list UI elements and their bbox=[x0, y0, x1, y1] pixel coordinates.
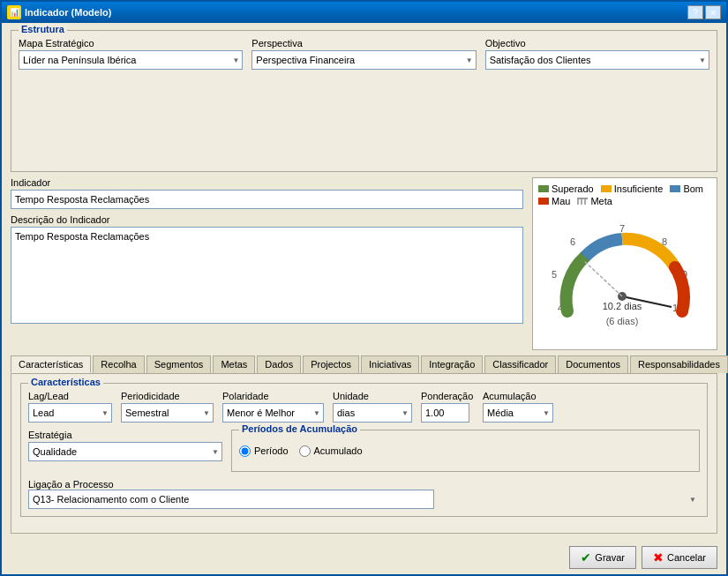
svg-line-9 bbox=[583, 260, 622, 296]
titlebar-buttons: ? ✕ bbox=[687, 5, 721, 19]
legend-superado-dot bbox=[538, 185, 549, 192]
ligacao-label: Ligação a Processo bbox=[28, 479, 114, 490]
acumulacao-field: Acumulação Média Soma Último bbox=[483, 391, 553, 423]
periodo-label-text: Período bbox=[254, 445, 289, 456]
tab-documentos[interactable]: Documentos bbox=[558, 355, 628, 373]
periodo-radio-label[interactable]: Período bbox=[239, 445, 289, 457]
tab-iniciativas[interactable]: Iniciativas bbox=[361, 355, 419, 373]
ponderacao-input[interactable] bbox=[421, 403, 469, 423]
acumulado-radio-label[interactable]: Acumulado bbox=[299, 445, 363, 457]
indicador-label: Indicador bbox=[11, 177, 523, 188]
caracteristicas-group: Características Lag/Lead Lead Lag bbox=[20, 383, 708, 517]
caracteristicas-group-label: Características bbox=[28, 377, 103, 387]
tab-segmentos[interactable]: Segmentos bbox=[146, 355, 212, 373]
tab-metas[interactable]: Metas bbox=[213, 355, 255, 373]
cancelar-label: Cancelar bbox=[667, 552, 706, 563]
legend-bom: Bom bbox=[670, 183, 703, 194]
objectivo-wrapper: Satisfação dos Clientes bbox=[485, 50, 709, 70]
periodicidade-select[interactable]: Semestral Mensal Trimestral Anual bbox=[121, 403, 214, 423]
main-window: 📊 Indicador (Modelo) ? ✕ Estrutura Mapa … bbox=[0, 0, 728, 576]
acumulacao-select[interactable]: Média Soma Último bbox=[483, 403, 553, 423]
tab-classificador[interactable]: Classificador bbox=[484, 355, 556, 373]
tab-recolha[interactable]: Recolha bbox=[93, 355, 144, 373]
periodicidade-label: Periodicidade bbox=[121, 391, 214, 401]
svg-text:7: 7 bbox=[619, 223, 625, 234]
periodo-radio[interactable] bbox=[239, 445, 251, 457]
ponderacao-label: Ponderação bbox=[421, 391, 474, 401]
descricao-textarea[interactable]: Tempo Resposta Reclamações bbox=[11, 227, 523, 324]
gauge-container: Superado Insuficiente Bom Mau bbox=[532, 177, 717, 350]
char-row1: Lag/Lead Lead Lag Periodicidade bbox=[28, 391, 700, 423]
unidade-label: Unidade bbox=[333, 391, 412, 401]
unidade-select[interactable]: dias % € bbox=[333, 403, 412, 423]
svg-text:5: 5 bbox=[552, 269, 557, 280]
gravar-button[interactable]: ✔ Gravar bbox=[569, 546, 636, 569]
legend-mau-dot bbox=[538, 198, 549, 205]
periodicidade-field: Periodicidade Semestral Mensal Trimestra… bbox=[121, 391, 214, 423]
perspectiva-wrapper: Perspectiva Financeira bbox=[251, 50, 476, 70]
descricao-label: Descrição do Indicador bbox=[11, 214, 523, 225]
help-button[interactable]: ? bbox=[687, 5, 703, 19]
gauge-svg-area: 7 8 9 10 4 5 6 bbox=[538, 212, 711, 344]
perspectiva-select[interactable]: Perspectiva Financeira bbox=[251, 50, 476, 70]
gauge-legend: Superado Insuficiente Bom Mau bbox=[538, 183, 711, 206]
cancelar-button[interactable]: ✖ Cancelar bbox=[642, 546, 717, 569]
tabs-section: Características Recolha Segmentos Metas … bbox=[11, 355, 717, 534]
estrutura-label: Estrutura bbox=[19, 24, 67, 34]
tab-responsabilidades[interactable]: Responsabilidades bbox=[630, 355, 728, 373]
footer: ✔ Gravar ✖ Cancelar bbox=[2, 541, 726, 574]
legend-mau: Mau bbox=[538, 196, 570, 206]
objectivo-field: Objectivo Satisfação dos Clientes bbox=[485, 38, 709, 70]
mapa-estrategico-label: Mapa Estratégico bbox=[19, 38, 243, 49]
window-content: Estrutura Mapa Estratégico Líder na Pení… bbox=[2, 23, 726, 541]
tabs-bar: Características Recolha Segmentos Metas … bbox=[11, 355, 717, 373]
tab-content: Características Lag/Lead Lead Lag bbox=[11, 373, 717, 534]
window-icon: 📊 bbox=[7, 5, 21, 19]
svg-text:10.2 dias: 10.2 dias bbox=[603, 301, 642, 311]
gauge-svg: 7 8 9 10 4 5 6 bbox=[541, 214, 709, 342]
unidade-field: Unidade dias % € bbox=[333, 391, 412, 423]
mapa-estrategico-select[interactable]: Líder na Península Ibérica bbox=[19, 50, 243, 70]
legend-superado: Superado bbox=[538, 183, 594, 194]
tab-dados[interactable]: Dados bbox=[257, 355, 301, 373]
estrategia-select[interactable]: Qualidade Custo Prazo bbox=[28, 442, 222, 461]
indicador-section: Indicador bbox=[11, 177, 523, 209]
objectivo-select[interactable]: Satisfação dos Clientes bbox=[485, 50, 709, 70]
legend-bom-dot bbox=[670, 185, 680, 192]
polaridade-select[interactable]: Menor é Melhor Maior é Melhor bbox=[222, 403, 324, 423]
periodos-label: Períodos de Acumulação bbox=[239, 423, 360, 434]
lag-lead-field: Lag/Lead Lead Lag bbox=[28, 391, 112, 423]
ligacao-row: Ligação a Processo Q13- Relacionamento c… bbox=[28, 479, 700, 509]
legend-insuficiente: Insuficiente bbox=[601, 183, 664, 194]
legend-superado-label: Superado bbox=[552, 183, 594, 194]
main-row: Indicador Descrição do Indicador Tempo R… bbox=[11, 177, 717, 350]
acumulado-radio[interactable] bbox=[299, 445, 311, 457]
acumulacao-label: Acumulação bbox=[483, 391, 553, 401]
cancelar-icon: ✖ bbox=[653, 550, 664, 565]
ligacao-select[interactable]: Q13- Relacionamento com o Cliente bbox=[28, 490, 434, 509]
svg-text:6: 6 bbox=[570, 236, 575, 247]
legend-meta: Meta bbox=[577, 196, 612, 206]
legend-bom-label: Bom bbox=[683, 183, 703, 194]
lag-lead-select[interactable]: Lead Lag bbox=[28, 403, 112, 423]
periodos-group: Períodos de Acumulação Período Acumulado bbox=[231, 430, 700, 472]
polaridade-field: Polaridade Menor é Melhor Maior é Melhor bbox=[222, 391, 324, 423]
legend-meta-label: Meta bbox=[590, 196, 612, 206]
indicador-input[interactable] bbox=[11, 190, 523, 209]
perspectiva-label: Perspectiva bbox=[251, 38, 476, 49]
tab-caracteristicas[interactable]: Características bbox=[11, 355, 91, 373]
char-row2: Estratégia Qualidade Custo Prazo bbox=[28, 430, 700, 472]
estrutura-group: Estrutura Mapa Estratégico Líder na Pení… bbox=[11, 30, 717, 172]
tab-projectos[interactable]: Projectos bbox=[303, 355, 359, 373]
gravar-label: Gravar bbox=[595, 552, 625, 563]
polaridade-label: Polaridade bbox=[222, 391, 324, 401]
close-button[interactable]: ✕ bbox=[705, 5, 721, 19]
acumulado-label-text: Acumulado bbox=[314, 445, 363, 456]
legend-mau-label: Mau bbox=[552, 196, 570, 206]
descricao-section: Descrição do Indicador Tempo Resposta Re… bbox=[11, 214, 523, 325]
legend-meta-dot bbox=[577, 198, 588, 205]
legend-insuficiente-dot bbox=[601, 185, 612, 192]
estrategia-label: Estratégia bbox=[28, 430, 222, 440]
svg-text:(6 dias): (6 dias) bbox=[606, 316, 639, 326]
tab-integracao[interactable]: Integração bbox=[421, 355, 483, 373]
